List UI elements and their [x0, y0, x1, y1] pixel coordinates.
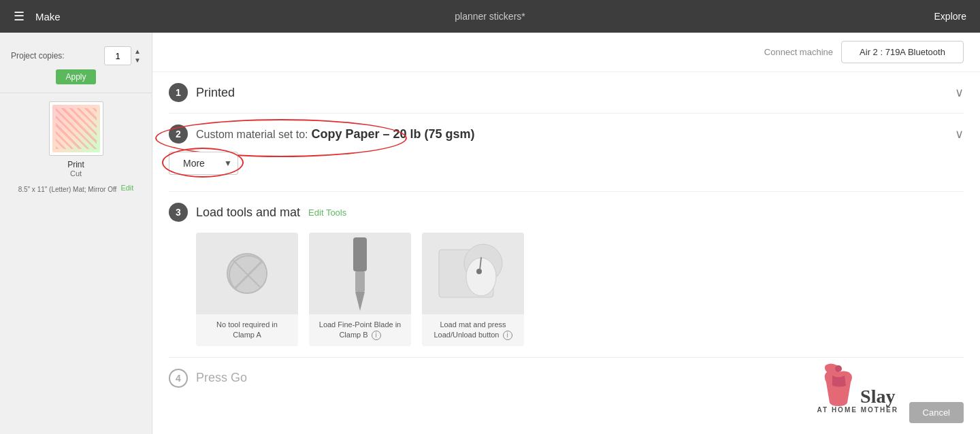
tool-card-clamp-a: No tool required inClamp A	[196, 233, 298, 346]
step2-row: 2 Custom material set to: Copy Paper – 2…	[169, 114, 964, 192]
thumbnail-box	[49, 101, 103, 156]
step2-material: Copy Paper – 20 lb (75 gsm)	[308, 127, 475, 141]
svg-marker-4	[355, 292, 365, 311]
step1-circle: 1	[169, 83, 188, 102]
sidebar: Project copies: ▲ ▼ Apply Print Cut 8.5"…	[0, 33, 152, 434]
step3-row: 3 Load tools and mat Edit Tools	[169, 192, 964, 358]
svg-point-10	[835, 365, 842, 372]
step1-header: 1 Printed ∨	[169, 83, 964, 102]
tools-grid: No tool required inClamp A Load	[196, 233, 964, 346]
thumbnail-sublabel: Cut	[70, 169, 82, 178]
step1-chevron[interactable]: ∨	[955, 85, 964, 100]
logo-text-sub: AT HOME MOTHER	[817, 406, 898, 414]
copies-control: ▲ ▼	[104, 46, 141, 65]
more-button-wrapper: More ▼	[169, 152, 238, 175]
mat-info: 8.5" x 11" (Letter) Mat; Mirror Off	[18, 186, 117, 193]
svg-rect-3	[355, 271, 365, 292]
thumbnail-section: Print Cut 8.5" x 11" (Letter) Mat; Mirro…	[0, 93, 152, 201]
tool-label-mat: Load mat and pressLoad/Unload button i	[428, 314, 517, 346]
no-tool-icon	[227, 253, 267, 294]
copies-input[interactable]	[104, 46, 131, 65]
tool-image-mat	[422, 233, 524, 314]
step2-title: Custom material set to: Copy Paper – 20 …	[196, 127, 475, 141]
step3-header: 3 Load tools and mat Edit Tools	[169, 203, 964, 222]
step1-title: Printed	[196, 86, 235, 100]
edit-tools-link[interactable]: Edit Tools	[308, 207, 346, 218]
logo-text-slay: Slay	[860, 387, 895, 406]
app-title: Make	[35, 11, 61, 22]
logo-watermark: Slay AT HOME MOTHER	[817, 362, 898, 414]
step2-prefix: Custom material set to:	[196, 129, 308, 140]
header: ☰ Make planner stickers* Explore	[0, 0, 980, 33]
apply-button[interactable]: Apply	[56, 69, 95, 84]
explore-link[interactable]: Explore	[934, 11, 966, 22]
step2-left: 2 Custom material set to: Copy Paper – 2…	[169, 124, 475, 144]
svg-rect-2	[353, 237, 367, 271]
step1-row: 1 Printed ∨	[169, 72, 964, 114]
logo-row: Slay	[820, 362, 895, 406]
step2-chevron[interactable]: ∨	[955, 127, 964, 141]
blade-info-icon[interactable]: i	[372, 331, 381, 340]
machine-button[interactable]: Air 2 : 719A Bluetooth	[841, 41, 964, 63]
project-name: planner stickers*	[455, 11, 525, 22]
step3-circle: 3	[169, 203, 188, 222]
project-copies-label: Project copies: ▲ ▼	[11, 46, 141, 65]
sticker-thumbnail	[52, 105, 100, 152]
tool-image-blade	[309, 233, 411, 314]
mat-info-icon[interactable]: i	[503, 331, 512, 340]
logo-apron-icon	[820, 362, 858, 406]
more-section: More ▼	[169, 144, 964, 180]
steps-container: 1 Printed ∨ 2 Custom material set to: Co…	[152, 72, 980, 399]
step4-title: Press Go	[196, 371, 247, 385]
tool-label-clamp-a: No tool required inClamp A	[211, 314, 283, 346]
connect-machine-label: Connect machine	[764, 47, 833, 57]
tool-card-mat: Load mat and pressLoad/Unload button i	[422, 233, 524, 346]
copies-arrows: ▲ ▼	[134, 47, 141, 65]
more-dropdown-button[interactable]: ▼	[218, 152, 238, 175]
cancel-button[interactable]: Cancel	[909, 402, 964, 423]
copies-up-arrow[interactable]: ▲	[134, 47, 141, 56]
step4-circle: 4	[169, 369, 188, 388]
copies-down-arrow[interactable]: ▼	[134, 56, 141, 65]
main-content: Connect machine Air 2 : 719A Bluetooth 1…	[152, 33, 980, 434]
menu-icon[interactable]: ☰	[14, 9, 24, 24]
step2-circle: 2	[169, 124, 188, 144]
tool-card-clamp-b: Load Fine-Point Blade inClamp B i	[309, 233, 411, 346]
svg-point-9	[476, 269, 482, 274]
step4-left: 4 Press Go	[169, 369, 247, 388]
more-button[interactable]: More	[169, 152, 218, 175]
step3-left: 3 Load tools and mat Edit Tools	[169, 203, 346, 222]
project-copies-section: Project copies: ▲ ▼ Apply	[0, 41, 152, 93]
main-layout: Project copies: ▲ ▼ Apply Print Cut 8.5"…	[0, 33, 980, 434]
step2-header: 2 Custom material set to: Copy Paper – 2…	[169, 124, 964, 144]
top-bar: Connect machine Air 2 : 719A Bluetooth	[152, 33, 980, 72]
tool-label-clamp-b: Load Fine-Point Blade inClamp B i	[314, 314, 406, 346]
step3-title: Load tools and mat	[196, 205, 300, 220]
thumbnail-label: Print	[67, 160, 84, 169]
edit-link[interactable]: Edit	[120, 184, 133, 192]
tool-image-none	[196, 233, 298, 314]
step1-left: 1 Printed	[169, 83, 235, 102]
